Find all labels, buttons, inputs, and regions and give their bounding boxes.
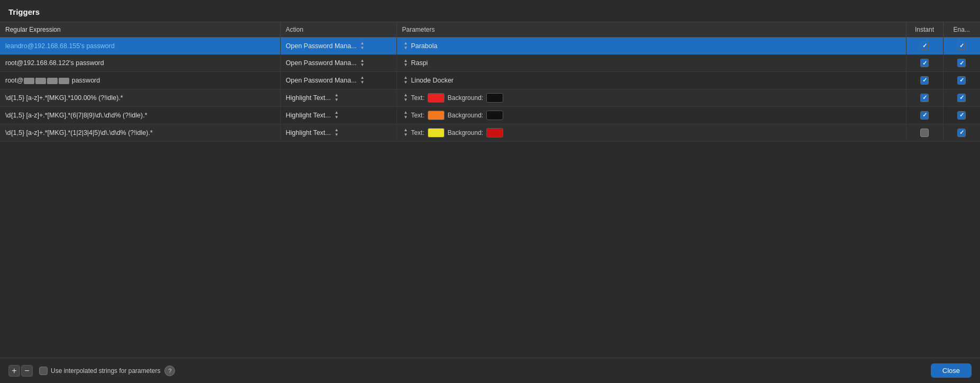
stepper-icon[interactable]: ▲▼	[360, 76, 365, 85]
table-row[interactable]: \d{1,5} [a-z]+.*[MKG].*100.00% (?!idle).…	[0, 89, 980, 106]
text-color-swatch[interactable]	[428, 93, 445, 103]
window-title: Triggers	[0, 0, 980, 22]
stepper-icon[interactable]: ▲▼	[335, 111, 339, 120]
instant-checkbox[interactable]	[920, 42, 929, 50]
cell-action: Highlight Text...▲▼	[280, 89, 396, 106]
cell-params: ▲▼Text:Background:	[396, 124, 906, 141]
bg-color-swatch[interactable]	[486, 93, 503, 103]
remove-button[interactable]: −	[21, 365, 33, 377]
bg-color-label: Background:	[448, 94, 483, 102]
cell-action: Highlight Text...▲▼	[280, 124, 396, 141]
cell-instant	[906, 38, 943, 55]
bg-color-swatch[interactable]	[486, 128, 503, 138]
triggers-window: Triggers Regular Expression Action Param…	[0, 0, 980, 383]
params-stepper-icon[interactable]: ▲▼	[404, 128, 408, 138]
params-value: Raspi	[411, 59, 428, 67]
stepper-icon[interactable]: ▲▼	[360, 59, 365, 68]
cell-instant	[906, 54, 943, 72]
params-value: Parabola	[411, 42, 437, 50]
stepper-icon[interactable]: ▲▼	[335, 93, 339, 103]
add-remove-group: + −	[8, 365, 33, 377]
params-stepper-icon[interactable]: ▲▼	[404, 41, 408, 51]
close-button[interactable]: Close	[931, 363, 972, 378]
interpolate-group: Use interpolated strings for parameters	[39, 367, 160, 375]
text-color-swatch[interactable]	[428, 128, 445, 138]
instant-checkbox[interactable]	[920, 59, 929, 67]
cell-params: ▲▼Text:Background:	[396, 89, 906, 106]
cell-enabled	[943, 124, 980, 141]
enabled-checkbox[interactable]	[957, 76, 966, 85]
header-instant: Instant	[906, 22, 943, 38]
enabled-checkbox[interactable]	[957, 42, 966, 50]
instant-checkbox[interactable]	[920, 111, 929, 120]
params-stepper-icon[interactable]: ▲▼	[404, 93, 408, 103]
instant-checkbox[interactable]	[920, 76, 929, 85]
table-row[interactable]: root@192.168.68.122's passwordOpen Passw…	[0, 54, 980, 72]
cell-instant	[906, 72, 943, 89]
enabled-checkbox[interactable]	[957, 94, 966, 102]
cell-enabled	[943, 38, 980, 55]
text-color-label: Text:	[411, 94, 424, 102]
cell-action: Open Password Mana...▲▼	[280, 54, 396, 72]
stepper-icon[interactable]: ▲▼	[360, 41, 365, 51]
cell-regex: root@ password	[0, 72, 280, 89]
enabled-checkbox[interactable]	[957, 59, 966, 67]
cell-enabled	[943, 72, 980, 89]
cell-enabled	[943, 89, 980, 106]
text-color-swatch[interactable]	[428, 111, 445, 120]
params-stepper-icon[interactable]: ▲▼	[404, 76, 408, 85]
interpolate-label: Use interpolated strings for parameters	[51, 367, 160, 375]
footer: + − Use interpolated strings for paramet…	[0, 358, 980, 383]
params-value: Linode Docker	[411, 77, 454, 84]
text-color-label: Text:	[411, 112, 424, 119]
enabled-checkbox[interactable]	[957, 129, 966, 137]
cell-action: Open Password Mana...▲▼	[280, 72, 396, 89]
cell-action: Highlight Text...▲▼	[280, 106, 396, 124]
cell-regex: \d{1,5} [a-z]+.*[MKG].*(1|2|3|4|5)\d\.\d…	[0, 124, 280, 141]
stepper-icon[interactable]: ▲▼	[335, 128, 339, 138]
cell-regex: \d{1,5} [a-z]+.*[MKG].*100.00% (?!idle).…	[0, 89, 280, 106]
add-button[interactable]: +	[8, 365, 20, 377]
cell-params: ▲▼Linode Docker	[396, 72, 906, 89]
table-row[interactable]: leandro@192.168.68.155's passwordOpen Pa…	[0, 38, 980, 55]
header-params: Parameters	[396, 22, 906, 38]
cell-enabled	[943, 106, 980, 124]
table-row[interactable]: root@ passwordOpen Password Mana...▲▼▲▼L…	[0, 72, 980, 89]
help-button[interactable]: ?	[164, 366, 175, 376]
header-enabled: Ena...	[943, 22, 980, 38]
cell-regex: root@192.168.68.122's password	[0, 54, 280, 72]
bg-color-swatch[interactable]	[486, 111, 503, 120]
triggers-table-container: Regular Expression Action Parameters Ins…	[0, 22, 980, 358]
cell-regex: leandro@192.168.68.155's password	[0, 38, 280, 55]
bg-color-label: Background:	[448, 129, 483, 136]
bg-color-label: Background:	[448, 112, 483, 119]
cell-params: ▲▼Text:Background:	[396, 106, 906, 124]
cell-params: ▲▼Raspi	[396, 54, 906, 72]
enabled-checkbox[interactable]	[957, 111, 966, 120]
params-stepper-icon[interactable]: ▲▼	[404, 59, 408, 68]
triggers-table: Regular Expression Action Parameters Ins…	[0, 22, 980, 142]
header-action: Action	[280, 22, 396, 38]
cell-regex: \d{1,5} [a-z]+.*[MKG].*(6|7|8|9)\d\.\d\d…	[0, 106, 280, 124]
cell-enabled	[943, 54, 980, 72]
cell-params: ▲▼Parabola	[396, 38, 906, 55]
cell-instant	[906, 124, 943, 141]
cell-instant	[906, 106, 943, 124]
instant-checkbox[interactable]	[920, 94, 929, 102]
header-regex: Regular Expression	[0, 22, 280, 38]
table-row[interactable]: \d{1,5} [a-z]+.*[MKG].*(6|7|8|9)\d\.\d\d…	[0, 106, 980, 124]
cell-instant	[906, 89, 943, 106]
table-header-row: Regular Expression Action Parameters Ins…	[0, 22, 980, 38]
interpolate-checkbox[interactable]	[39, 367, 48, 375]
cell-action: Open Password Mana...▲▼	[280, 38, 396, 55]
table-row[interactable]: \d{1,5} [a-z]+.*[MKG].*(1|2|3|4|5)\d\.\d…	[0, 124, 980, 141]
instant-checkbox[interactable]	[920, 129, 929, 137]
text-color-label: Text:	[411, 129, 424, 136]
params-stepper-icon[interactable]: ▲▼	[404, 111, 408, 120]
